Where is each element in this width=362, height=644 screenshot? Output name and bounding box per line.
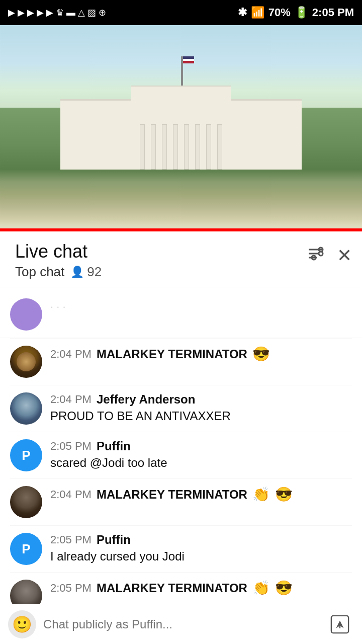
- message-meta: 2:05 PM MALARKEY TERMINATOR 👏 😎: [50, 580, 352, 596]
- avatar: P: [10, 533, 42, 565]
- viewers-icon: 👤: [70, 266, 84, 279]
- chat-header-left: Live chat Top chat 👤 92: [15, 240, 102, 280]
- top-chat-row: Top chat 👤 92: [15, 264, 102, 280]
- message-content: 2:04 PM Jeffery Anderson PROUD TO BE AN …: [50, 392, 352, 425]
- live-chat-title: Live chat: [15, 240, 102, 262]
- list-item: 2:04 PM MALARKEY TERMINATOR 👏 😎: [0, 479, 362, 525]
- send-icon: [330, 615, 349, 634]
- message-time: 2:04 PM: [50, 348, 92, 361]
- white-house-building: [60, 99, 302, 170]
- message-author: MALARKEY TERMINATOR: [97, 488, 247, 502]
- app-icon-4: ▶: [37, 7, 44, 18]
- crown-icon: ♛: [56, 7, 64, 18]
- close-button[interactable]: ✕: [337, 245, 352, 266]
- clock: 2:05 PM: [312, 6, 354, 19]
- message-meta: 2:05 PM Puffin: [50, 439, 352, 453]
- viewers-count: 👤 92: [70, 264, 102, 280]
- message-time: 2:04 PM: [50, 488, 92, 501]
- building-columns: [140, 124, 222, 170]
- column-7: [206, 124, 211, 170]
- emoji-face-icon: 🙂: [12, 615, 32, 634]
- message-author: MALARKEY TERMINATOR: [97, 581, 247, 595]
- video-player[interactable]: [0, 25, 362, 231]
- message-text: PROUD TO BE AN ANTIVAXXER: [50, 408, 352, 425]
- flag-pole: [181, 56, 183, 87]
- viewers-number: 92: [87, 264, 102, 280]
- column-8: [217, 124, 222, 170]
- avatar: P: [10, 439, 42, 471]
- status-right: ✱ 📶 70% 🔋 2:05 PM: [238, 6, 354, 19]
- message-time: 2:04 PM: [50, 393, 92, 406]
- image-icon: ▨: [87, 7, 96, 18]
- list-item: 2:04 PM Jeffery Anderson PROUD TO BE AN …: [0, 385, 362, 432]
- message-emoji-2: 😎: [275, 580, 293, 596]
- chat-message-partial: · · ·: [0, 291, 362, 338]
- message-meta: 2:04 PM MALARKEY TERMINATOR 😎: [50, 346, 352, 362]
- folder-icon: ▬: [66, 8, 75, 18]
- chat-input-bar: 🙂: [0, 604, 362, 644]
- top-chat-label[interactable]: Top chat: [15, 264, 64, 280]
- avatar-letter: P: [22, 541, 30, 557]
- filter-icon[interactable]: [307, 245, 325, 267]
- wifi-icon: 📶: [251, 6, 264, 19]
- avatar: [10, 486, 42, 518]
- message-meta: 2:05 PM Puffin: [50, 533, 352, 547]
- message-text: scared @Jodi too late: [50, 454, 352, 471]
- list-item: P 2:05 PM Puffin scared @Jodi too late: [0, 432, 362, 478]
- emoji-button[interactable]: 🙂: [8, 610, 36, 638]
- column-6: [195, 124, 200, 170]
- message-emoji: 👏: [252, 486, 270, 503]
- message-time: 2:05 PM: [50, 533, 92, 546]
- column-2: [151, 124, 156, 170]
- column-3: [162, 124, 167, 170]
- message-content: · · ·: [50, 298, 352, 315]
- avatar-letter: P: [22, 448, 30, 463]
- message-author: Puffin: [97, 439, 131, 453]
- battery-level: 70%: [268, 6, 291, 19]
- list-item: P 2:05 PM Puffin I already cursed you Jo…: [0, 526, 362, 572]
- message-author: Puffin: [97, 533, 131, 547]
- svg-point-4: [319, 252, 323, 256]
- app-icon-5: ▶: [46, 7, 53, 18]
- bluetooth-icon: ✱: [238, 6, 247, 19]
- message-content: 2:04 PM MALARKEY TERMINATOR 😎: [50, 346, 352, 362]
- message-emoji: 👏: [252, 580, 270, 596]
- app-icon-1: ▶: [8, 7, 15, 18]
- status-icons: ▶ ▶ ▶ ▶ ▶ ♛ ▬ △ ▨ ⊕: [8, 7, 106, 18]
- flag-cloth: [183, 56, 194, 63]
- message-emoji-2: 😎: [275, 486, 293, 503]
- app-icon-2: ▶: [18, 7, 25, 18]
- message-author: MALARKEY TERMINATOR: [97, 347, 247, 361]
- battery-icon: 🔋: [295, 6, 308, 19]
- message-content: 2:05 PM Puffin scared @Jodi too late: [50, 439, 352, 471]
- message-content: 2:04 PM MALARKEY TERMINATOR 👏 😎: [50, 486, 352, 503]
- avatar: [10, 298, 42, 331]
- message-content: 2:05 PM Puffin I already cursed you Jodi: [50, 533, 352, 565]
- message-emoji: 😎: [252, 346, 270, 362]
- message-content: 2:05 PM MALARKEY TERMINATOR 👏 😎: [50, 580, 352, 596]
- column-4: [173, 124, 178, 170]
- app-icon-3: ▶: [27, 7, 34, 18]
- chat-header: Live chat Top chat 👤 92 ✕: [0, 231, 362, 287]
- message-time: 2:05 PM: [50, 440, 92, 453]
- video-progress-bar[interactable]: [0, 228, 362, 231]
- avatar: [10, 346, 42, 378]
- chat-panel: Live chat Top chat 👤 92 ✕: [0, 231, 362, 644]
- status-bar: ▶ ▶ ▶ ▶ ▶ ♛ ▬ △ ▨ ⊕ ✱ 📶 70% 🔋 2:05 PM: [0, 0, 362, 25]
- message-meta: 2:04 PM Jeffery Anderson: [50, 392, 352, 407]
- chat-input-field[interactable]: [43, 610, 319, 638]
- triangle-icon: △: [78, 7, 85, 18]
- chat-header-right: ✕: [307, 240, 352, 267]
- send-button[interactable]: [326, 610, 354, 638]
- message-meta: 2:04 PM MALARKEY TERMINATOR 👏 😎: [50, 486, 352, 503]
- chat-messages-list: · · · 2:04 PM MALARKEY TERMINATOR 😎 2:04…: [0, 287, 362, 644]
- bag-icon: ⊕: [99, 7, 106, 18]
- message-text: · · ·: [50, 299, 352, 315]
- message-text: I already cursed you Jodi: [50, 548, 352, 565]
- column-5: [184, 124, 189, 170]
- list-item: 2:04 PM MALARKEY TERMINATOR 😎: [0, 339, 362, 385]
- avatar: [10, 392, 42, 425]
- message-time: 2:05 PM: [50, 582, 92, 595]
- column-1: [140, 124, 145, 170]
- message-author: Jeffery Anderson: [97, 392, 196, 407]
